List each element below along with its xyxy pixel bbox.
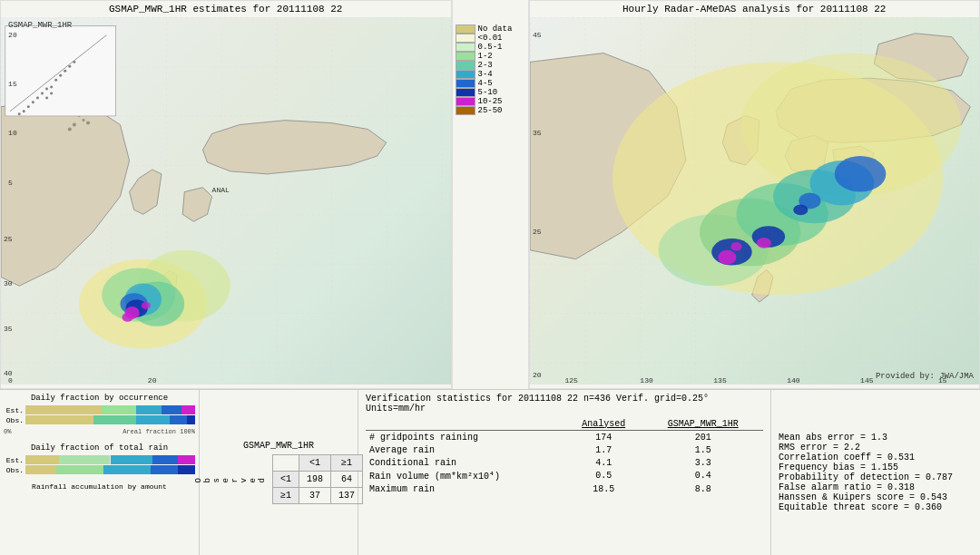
obs-rain-fill5	[178, 465, 195, 474]
contingency-val-lt1-lt1: 198	[299, 472, 331, 488]
bar-row-obs-occ: Obs.	[4, 415, 195, 424]
legend-color-label: No data	[478, 24, 513, 34]
est-bar-track-occ	[25, 405, 195, 414]
accumulation-title: Rainfall accumulation by amount	[4, 482, 195, 491]
svg-text:135: 135	[713, 376, 727, 385]
legend-color-label: 4-5	[478, 79, 493, 88]
rain-bars: Est. Obs.	[4, 455, 195, 474]
legend-item: 5-10	[456, 88, 525, 97]
contingency-empty-cell	[272, 455, 299, 472]
svg-text:40: 40	[4, 369, 13, 377]
svg-point-27	[41, 92, 44, 94]
axis-right: Areal fraction 100%	[122, 428, 195, 435]
svg-text:125: 125	[564, 376, 578, 385]
verif-row-3: Rain volume (mm*km²x10⁴) 0.5 0.4	[366, 469, 763, 482]
bar-row-est-occ: Est.	[4, 405, 195, 414]
est-bar-fill-occ2	[102, 405, 135, 414]
legend-color-label: 1-2	[478, 52, 493, 61]
svg-point-16	[142, 302, 151, 309]
left-map-content: 20 15 10 5 0 20 ANAL 25 30 35 40 GSMAP_M…	[1, 17, 451, 385]
obs-rain-fill2	[56, 465, 103, 474]
svg-text:10: 10	[8, 129, 17, 137]
left-map-label: GSMAP_MWR_1HR	[8, 21, 72, 30]
legend-item: 4-5	[456, 79, 525, 88]
contingency-val-gte1-lt1: 37	[299, 488, 331, 504]
svg-text:15: 15	[8, 80, 17, 88]
svg-point-33	[68, 65, 71, 68]
svg-text:35: 35	[533, 129, 542, 137]
verification-panel: Verification statistics for 20111108 22 …	[358, 390, 771, 555]
svg-point-29	[50, 86, 53, 89]
est-label-rain: Est.	[4, 456, 24, 464]
right-map-provided-by: Provided by: JWA/JMA	[876, 372, 974, 381]
svg-point-15	[122, 313, 132, 322]
right-map-title: Hourly Radar-AMeDAS analysis for 2011110…	[530, 1, 980, 17]
stats-row: Daily fraction by occurrence Est. Obs.	[0, 390, 980, 555]
verif-title: Verification statistics for 20111108 22 …	[366, 394, 763, 414]
legend-color-label: 3-4	[478, 70, 493, 79]
svg-point-31	[59, 74, 62, 77]
right-map-svg: 45 35 25 20 125 130 135 140 145 15	[530, 17, 980, 385]
svg-point-71	[718, 250, 736, 265]
obs-rain-fill4	[151, 465, 178, 474]
svg-text:0: 0	[8, 376, 13, 385]
verif-label-4: Maximum rain	[366, 482, 564, 495]
verif-analysed-2: 4.1	[564, 456, 642, 469]
legend-item: 1-2	[456, 52, 525, 61]
legend-item: 25-50	[456, 106, 525, 115]
svg-text:5: 5	[8, 179, 13, 187]
obs-bar-fill-occ	[25, 415, 93, 424]
occurrence-axis: 0% Areal fraction 100%	[4, 428, 195, 435]
main-container: GSMAP_MWR_1HR estimates for 20111108 22	[0, 0, 980, 555]
verif-row-0: # gridpoints raining 174 201	[366, 431, 763, 443]
svg-point-18	[82, 119, 84, 122]
legend-item: No data	[456, 24, 525, 34]
svg-text:25: 25	[4, 235, 13, 243]
svg-text:ANAL: ANAL	[212, 186, 230, 194]
verif-col-gsmap: GSMAP_MWR_1HR	[642, 417, 763, 431]
legend-item: 0.5-1	[456, 43, 525, 52]
legend-color-box	[456, 70, 475, 79]
contingency-row-label-lt1: <1	[272, 472, 299, 488]
svg-point-38	[45, 96, 48, 99]
legend-color-box	[456, 106, 475, 115]
verif-gsmap-1: 1.5	[642, 443, 763, 456]
est-rain-fill5	[178, 455, 195, 464]
obs-label-occ: Obs.	[4, 416, 24, 424]
legend-color-box	[456, 34, 475, 43]
score-item: Hanssen & Kuipers score = 0.543	[779, 492, 973, 502]
svg-text:140: 140	[787, 376, 800, 385]
svg-point-72	[756, 238, 770, 248]
legend-items: No data<0.010.5-11-22-33-44-55-1010-2525…	[456, 24, 525, 115]
svg-point-30	[54, 79, 57, 82]
est-rain-fill2	[59, 455, 110, 464]
contingency-panel: GSMAP_MWR_1HR Observed <1 ≥1 <1 198 64	[200, 390, 358, 555]
svg-point-32	[64, 70, 66, 73]
score-items: Mean abs error = 1.3RMS error = 2.2Corre…	[779, 433, 973, 512]
obs-bar-track-rain	[25, 465, 195, 474]
legend-color-label: <0.01	[478, 34, 503, 43]
svg-point-17	[73, 123, 76, 127]
est-rain-fill1	[25, 455, 59, 464]
left-map-svg: 20 15 10 5 0 20 ANAL 25 30 35 40	[1, 17, 451, 385]
rain-title: Daily fraction of total rain	[4, 443, 195, 453]
score-item: Mean abs error = 1.3	[779, 433, 973, 443]
verif-label-2: Conditional rain	[366, 456, 564, 469]
score-item: False alarm ratio = 0.318	[779, 482, 973, 492]
axis-left: 0%	[4, 428, 11, 435]
left-map-panel: GSMAP_MWR_1HR estimates for 20111108 22	[0, 0, 452, 389]
legend-color-label: 25-50	[478, 106, 503, 115]
verif-analysed-1: 1.7	[564, 443, 642, 456]
maps-row: GSMAP_MWR_1HR estimates for 20111108 22	[0, 0, 980, 390]
observed-vertical-label: Observed	[194, 476, 267, 482]
legend-color-box	[456, 43, 475, 52]
verif-row-1: Average rain 1.7 1.5	[366, 443, 763, 456]
obs-bar-fill-occ4	[170, 415, 187, 424]
contingency-table: <1 ≥1 <1 198 64 ≥1 37 137	[272, 454, 363, 504]
svg-text:45: 45	[533, 31, 542, 39]
verif-gsmap-2: 3.3	[642, 456, 763, 469]
verif-row-4: Maximum rain 18.5 8.8	[366, 482, 763, 495]
legend-item: <0.01	[456, 34, 525, 43]
verif-label-0: # gridpoints raining	[366, 431, 564, 443]
legend-color-box	[456, 97, 475, 106]
